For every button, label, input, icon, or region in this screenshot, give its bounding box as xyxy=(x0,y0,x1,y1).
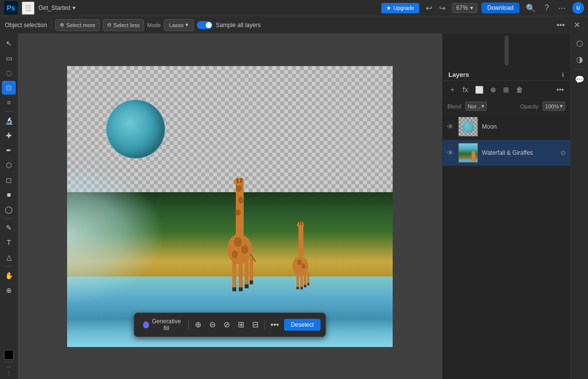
eyedropper-tool-button[interactable]: 🔬 xyxy=(2,114,16,128)
object-select-tool-button[interactable]: ⊡ xyxy=(2,81,16,95)
expand-tools-icon[interactable]: ⋯ xyxy=(6,364,11,370)
undo-button[interactable]: ↩ xyxy=(423,2,435,14)
canvas-area[interactable]: Generative fill ⊕ ⊖ ⊘ ⊞ ⊟ ••• Deselect xyxy=(18,34,442,379)
gradient-tool-button[interactable]: ■ xyxy=(2,188,16,202)
generative-fill-button[interactable]: Generative fill xyxy=(139,316,185,334)
blend-mode-label: Blend xyxy=(447,103,461,109)
toggle-track[interactable] xyxy=(197,21,213,29)
svg-point-3 xyxy=(238,197,243,204)
intersect-selection-button[interactable]: ⊘ xyxy=(220,318,233,331)
text-tool-button[interactable]: T xyxy=(2,236,16,249)
canvas-wrapper: Generative fill ⊕ ⊖ ⊘ ⊞ ⊟ ••• Deselect xyxy=(67,66,393,347)
sample-all-layers-toggle[interactable]: Sample all layers xyxy=(197,21,260,29)
layer-item-moon[interactable]: 👁 Moon xyxy=(442,114,570,140)
menu-icon-button[interactable]: ☰ xyxy=(22,1,35,15)
svg-point-12 xyxy=(241,245,248,254)
select-more-icon: ⊕ xyxy=(60,22,64,28)
layer-item-scene[interactable]: 👁 Waterfall & Giraffes ⚙ xyxy=(442,140,570,166)
lasso-tool-button[interactable]: ◌ xyxy=(2,66,16,80)
svg-rect-31 xyxy=(296,274,299,289)
layers-panel-title: Layers xyxy=(448,71,559,78)
svg-point-13 xyxy=(232,250,238,258)
opacity-value: 100% xyxy=(545,103,559,109)
giraffe-large xyxy=(220,178,259,296)
filename-text: Get_Started xyxy=(38,4,71,11)
tool-separator-3 xyxy=(4,266,14,267)
zoom-tool-button[interactable]: ⊕ xyxy=(2,283,16,297)
dodge-tool-button[interactable]: ◯ xyxy=(2,203,16,216)
select-less-button[interactable]: ⊖ Select less xyxy=(103,19,144,31)
layer-visibility-icon-moon[interactable]: 👁 xyxy=(446,123,454,131)
wrap-selection-button[interactable]: ⊟ xyxy=(249,318,261,331)
fx-button[interactable]: fx xyxy=(460,84,471,95)
giraffe-small xyxy=(289,222,313,291)
opacity-chevron: ▾ xyxy=(560,103,563,109)
user-avatar[interactable]: U xyxy=(572,2,584,14)
layers-tools-row: ＋ fx ⬜ ⊕ ⊞ 🗑 ••• xyxy=(442,81,570,99)
adjustments-icon-button[interactable]: ◑ xyxy=(573,52,587,66)
more-options-float-button[interactable]: ••• xyxy=(268,318,282,331)
svg-rect-38 xyxy=(307,283,309,285)
ri-separator xyxy=(575,69,585,69)
select-less-label: Select less xyxy=(113,22,140,28)
brush-tool-button[interactable]: ✒ xyxy=(2,143,16,157)
layer-thumbnail-scene xyxy=(458,143,478,163)
layers-panel-header: Layers ℹ xyxy=(442,67,570,81)
tool-name-label: Object selection xyxy=(5,22,47,29)
opacity-select[interactable]: 100% ▾ xyxy=(543,102,565,111)
main-area: ↖ ▭ ◌ ⊡ ⌗ 🔬 ✚ ✒ ⬡ ◻ ■ ◯ ✎ T △ ✋ ⊕ ⋯ ⋮ xyxy=(0,34,588,379)
move-tool-button[interactable]: ↖ xyxy=(2,36,16,50)
moon-circle xyxy=(106,100,165,159)
layer-settings-icon[interactable]: ⚙ xyxy=(560,149,566,157)
pen-tool-button[interactable]: ✎ xyxy=(2,221,16,235)
opacity-label: Opacity xyxy=(520,103,539,109)
lasso-dropdown[interactable]: Lasso ▾ xyxy=(164,19,194,31)
select-more-button[interactable]: ⊕ Select more xyxy=(55,19,100,31)
layer-group-button[interactable]: ⊞ xyxy=(501,84,512,95)
blend-mode-chevron: ▾ xyxy=(481,103,484,109)
crop-tool-button[interactable]: ⌗ xyxy=(2,96,16,109)
svg-point-11 xyxy=(234,237,242,247)
heal-tool-button[interactable]: ✚ xyxy=(2,129,16,142)
more-tools-icon[interactable]: ⋮ xyxy=(6,371,11,376)
more-options-button[interactable]: ••• xyxy=(553,20,568,31)
new-layer-button[interactable]: ＋ xyxy=(446,84,458,96)
redo-button[interactable]: ↪ xyxy=(437,2,448,14)
mask-button[interactable]: ⬜ xyxy=(473,84,486,95)
hand-tool-button[interactable]: ✋ xyxy=(2,269,16,282)
apps-button[interactable]: ⋯ xyxy=(555,2,568,14)
foreground-color-swatch[interactable] xyxy=(4,350,14,360)
sample-all-layers-label: Sample all layers xyxy=(216,22,260,29)
search-button[interactable]: 🔍 xyxy=(523,2,538,14)
layers-panel: Layers ℹ ＋ fx ⬜ ⊕ ⊞ 🗑 ••• Blend Nor... ▾… xyxy=(442,34,570,379)
tool-separator-4 xyxy=(4,362,14,362)
close-toolbar-button[interactable]: ✕ xyxy=(571,19,583,31)
thumb-giraffe-shape xyxy=(472,151,476,161)
subtract-selection-button[interactable]: ⊖ xyxy=(206,318,219,331)
eraser-tool-button[interactable]: ◻ xyxy=(2,173,16,187)
help-button[interactable]: ? xyxy=(542,2,551,13)
stamp-tool-button[interactable]: ⬡ xyxy=(2,158,16,172)
zoom-control[interactable]: 67% ▾ xyxy=(452,3,478,13)
panel-scrollbar[interactable] xyxy=(505,35,509,65)
delete-layer-button[interactable]: 🗑 xyxy=(514,84,525,95)
properties-icon-button[interactable]: ⬡ xyxy=(573,36,587,50)
topbar: Ps ☰ Get_Started ▾ ★ Upgrade ↩ ↪ 67% ▾ D… xyxy=(0,0,588,16)
upgrade-button[interactable]: ★ Upgrade xyxy=(381,3,419,13)
expand-selection-button[interactable]: ⊞ xyxy=(235,318,247,331)
chat-icon-button[interactable]: 💬 xyxy=(573,72,587,86)
layer-visibility-icon-scene[interactable]: 👁 xyxy=(446,149,454,157)
layers-more-button[interactable]: ••• xyxy=(554,84,566,95)
shape-tool-button[interactable]: △ xyxy=(2,250,16,264)
download-button[interactable]: Download xyxy=(481,2,519,13)
add-selection-button[interactable]: ⊕ xyxy=(192,318,204,331)
blend-mode-select[interactable]: Nor... ▾ xyxy=(465,102,487,111)
deselect-button[interactable]: Deselect xyxy=(284,319,321,331)
svg-rect-18 xyxy=(232,287,236,291)
svg-rect-17 xyxy=(250,258,253,282)
svg-rect-37 xyxy=(304,285,306,287)
layers-info-icon[interactable]: ℹ xyxy=(562,71,564,78)
select-tool-button[interactable]: ▭ xyxy=(2,51,16,65)
adjustment-button[interactable]: ⊕ xyxy=(488,84,499,95)
svg-rect-26 xyxy=(301,222,302,225)
